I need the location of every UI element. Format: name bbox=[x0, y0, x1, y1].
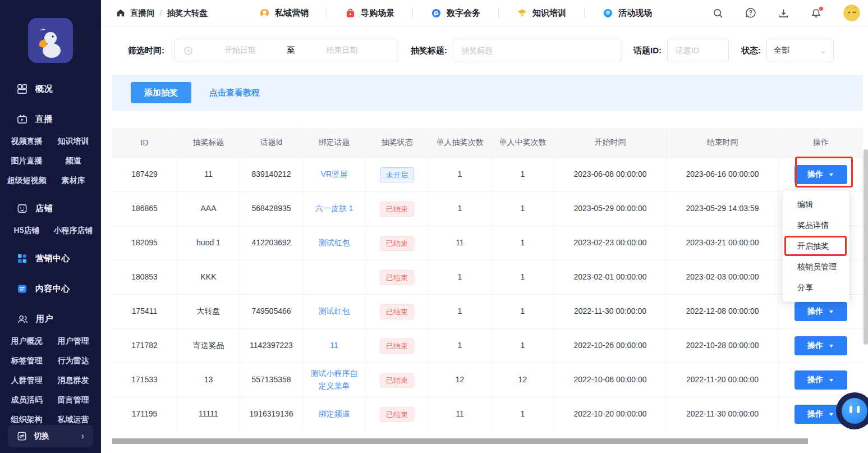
nav-tab-3[interactable]: 数字会务 bbox=[413, 8, 498, 19]
sidebar-subitem[interactable]: 标签管理 bbox=[3, 351, 50, 370]
view-tutorial-link[interactable]: 点击查看教程 bbox=[209, 88, 260, 98]
cell-topic-id: 749505466 bbox=[240, 295, 303, 328]
cell-bound-topic-link[interactable]: 绑定频道 bbox=[303, 397, 366, 431]
column-header: 结束时间 bbox=[667, 128, 779, 157]
topic-id-input[interactable] bbox=[667, 39, 729, 62]
sidebar-item-content[interactable]: 内容中心 bbox=[0, 276, 101, 301]
end-date-input[interactable]: 结束日期 bbox=[295, 45, 389, 56]
cell-id: 171782 bbox=[112, 329, 177, 363]
vertical-scrollbar[interactable] bbox=[864, 149, 868, 345]
digital-meeting-icon bbox=[431, 8, 442, 19]
table-row: 182095 huod 1 412203692 测试红包 已结束 11 1 20… bbox=[112, 226, 863, 260]
dropdown-item-3[interactable]: 开启抽奖 bbox=[783, 236, 849, 257]
download-icon[interactable] bbox=[778, 8, 789, 19]
home-icon[interactable] bbox=[116, 8, 125, 17]
dropdown-item-5[interactable]: 分享 bbox=[783, 277, 849, 298]
status-select[interactable]: 全部 ⌄ bbox=[766, 39, 834, 62]
cell-end-time: 2023-06-16 00:00:00 bbox=[667, 158, 779, 191]
switch-workspace-button[interactable]: 切换 › bbox=[8, 425, 93, 447]
start-date-input[interactable]: 开始日期 bbox=[193, 45, 287, 56]
filter-bar: 筛选时间: 开始日期 至 结束日期 抽奖标题: 话题ID: 状态: 全部 ⌄ bbox=[101, 26, 868, 62]
overview-icon bbox=[17, 84, 27, 94]
sidebar-item-users[interactable]: 用户 bbox=[0, 306, 101, 331]
sidebar-subitem[interactable]: 成员活码 bbox=[3, 390, 50, 410]
dropdown-item-2[interactable]: 奖品详情 bbox=[783, 215, 849, 236]
horizontal-scrollbar[interactable] bbox=[112, 438, 808, 444]
cell-wins-per-person: 1 bbox=[492, 158, 554, 191]
cell-bound-topic-link[interactable]: 六一皮肤 1 bbox=[303, 192, 366, 226]
row-action-button[interactable]: 操作 ▼ bbox=[794, 336, 847, 355]
cell-bound-topic-link[interactable]: 测试红包 bbox=[303, 226, 366, 260]
cell-bound-topic-link[interactable] bbox=[303, 260, 366, 294]
cell-draws-per-person: 1 bbox=[429, 295, 492, 328]
avatar[interactable] bbox=[843, 4, 860, 21]
nav-tab-2[interactable]: 导购场景 bbox=[327, 8, 412, 19]
chevron-down-icon: ▼ bbox=[828, 172, 834, 177]
cell-topic-id: 839140212 bbox=[240, 158, 303, 191]
sidebar-subitem[interactable]: 用户管理 bbox=[50, 331, 97, 351]
cell-title: 13 bbox=[177, 363, 240, 397]
sidebar-subitem[interactable]: 消息群发 bbox=[50, 370, 97, 390]
sidebar-subitem[interactable]: 视频直播 bbox=[3, 131, 50, 151]
nav-tab-label: 知识培训 bbox=[532, 8, 566, 19]
sidebar-item-overview[interactable]: 概况 bbox=[0, 76, 101, 101]
sidebar-subitem[interactable]: 行为雷达 bbox=[50, 351, 97, 370]
cell-id: 182095 bbox=[112, 226, 177, 260]
date-to-label: 至 bbox=[287, 45, 295, 56]
column-header: 单人中奖次数 bbox=[492, 128, 554, 157]
lottery-title-input[interactable] bbox=[453, 39, 621, 62]
sidebar-item-live[interactable]: 直播 bbox=[0, 107, 101, 131]
row-action-button[interactable]: 操作 ▼ bbox=[794, 370, 847, 390]
nav-tab-5[interactable]: 活动现场 bbox=[585, 8, 670, 19]
status-badge: 已结束 bbox=[380, 407, 414, 422]
cell-status: 已结束 bbox=[366, 329, 429, 363]
sidebar-subitem[interactable]: 留言管理 bbox=[50, 390, 97, 410]
nav-tab-4[interactable]: 知识培训 bbox=[499, 8, 584, 19]
help-icon[interactable] bbox=[745, 7, 756, 19]
topbar: 直播间 / 抽奖大转盘 私域营销导购场景数字会务知识培训活动现场 bbox=[101, 0, 868, 26]
dropdown-item-1[interactable]: 编辑 bbox=[783, 194, 849, 215]
column-header: 抽奖标题 bbox=[177, 128, 240, 157]
sidebar-subitem[interactable]: 知识培训 bbox=[50, 131, 97, 151]
sidebar-item-label: 直播 bbox=[35, 114, 53, 125]
breadcrumb-root[interactable]: 直播间 bbox=[130, 8, 155, 19]
chevron-down-icon: ▼ bbox=[828, 343, 834, 349]
cell-bound-topic-link[interactable]: 测试红包 bbox=[303, 295, 366, 328]
add-lottery-button[interactable]: 添加抽奖 bbox=[131, 82, 191, 103]
chat-assistant-button[interactable] bbox=[836, 392, 868, 429]
status-badge: 已结束 bbox=[380, 270, 414, 285]
sidebar-subitem[interactable]: 用户概况 bbox=[3, 331, 50, 351]
search-icon[interactable] bbox=[713, 8, 723, 19]
sidebar-subitem[interactable]: 图片直播 bbox=[3, 151, 50, 171]
nav-tab-1[interactable]: 私域营销 bbox=[241, 8, 327, 19]
app-logo[interactable] bbox=[28, 18, 73, 63]
nav-tabs: 私域营销导购场景数字会务知识培训活动现场 bbox=[241, 7, 670, 19]
topbar-icons bbox=[713, 4, 868, 21]
cell-wins-per-person: 1 bbox=[492, 295, 554, 328]
dropdown-item-4[interactable]: 核销员管理 bbox=[783, 257, 849, 277]
sidebar-subitem[interactable]: 素材库 bbox=[50, 171, 97, 190]
cell-bound-topic-link[interactable]: 测试小程序自定义菜单 bbox=[303, 363, 366, 397]
bell-icon[interactable] bbox=[811, 8, 821, 19]
cell-bound-topic-link[interactable]: VR竖屏 bbox=[303, 158, 366, 191]
cell-actions: 操作 ▼ bbox=[779, 329, 863, 363]
cell-topic-id: 568428935 bbox=[240, 192, 303, 226]
sidebar-item-shop[interactable]: 店铺 bbox=[0, 196, 101, 221]
sidebar-subitem[interactable]: 人群管理 bbox=[3, 370, 50, 390]
sidebar-subitem[interactable]: 小程序店铺 bbox=[50, 221, 97, 240]
cell-topic-id bbox=[240, 260, 303, 294]
sidebar-subitem[interactable]: 超级短视频 bbox=[3, 171, 50, 190]
cell-bound-topic-link[interactable]: 11 bbox=[303, 329, 366, 363]
sidebar-item-marketing[interactable]: 营销中心 bbox=[0, 246, 101, 271]
column-header: 开始时间 bbox=[554, 128, 667, 157]
date-range-picker[interactable]: 开始日期 至 结束日期 bbox=[174, 39, 398, 62]
sidebar-subitem[interactable]: 频道 bbox=[50, 151, 97, 171]
row-action-button[interactable]: 操作 ▼ bbox=[794, 302, 847, 321]
status-select-value: 全部 bbox=[774, 45, 789, 56]
cell-start-time: 2022-10-06 00:00:00 bbox=[554, 363, 667, 397]
row-action-button[interactable]: 操作 ▼ bbox=[794, 165, 847, 184]
sidebar-subitem[interactable]: H5店铺 bbox=[3, 221, 50, 240]
cell-wins-per-person: 1 bbox=[492, 260, 554, 294]
notification-dot bbox=[819, 7, 823, 11]
switch-icon bbox=[17, 431, 27, 441]
